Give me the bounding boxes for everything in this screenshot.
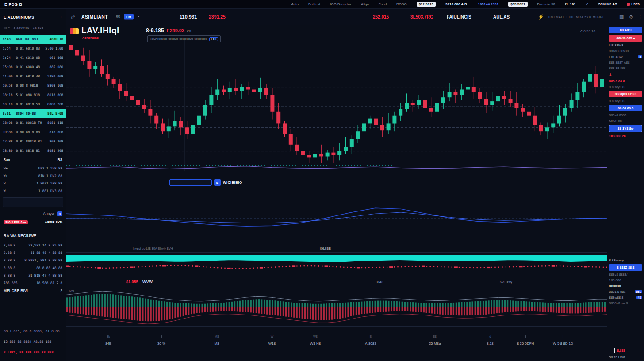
alert-label: ARSE 8YD (45, 220, 62, 224)
candlestick-chart[interactable] (66, 36, 607, 178)
topbar-item[interactable]: $55 5021 (508, 2, 527, 7)
topbar-item[interactable]: 9016 608 A B: (445, 2, 468, 6)
indicator-apply-button[interactable]: ▸ (214, 179, 221, 186)
topbar-item[interactable]: 165144 2391 (478, 2, 498, 6)
panel-text[interactable]: 8 88worry (609, 258, 642, 262)
stats-row: 2,88 881 88 48 4 88 88 (0, 249, 66, 257)
panel-alert-text: 888 8 88 8 (609, 79, 642, 83)
oscillator-pane[interactable] (66, 189, 607, 248)
screenshot-icon[interactable] (609, 348, 615, 353)
watchlist-row[interactable]: 1:240:41 6010 08061 868 (0, 53, 66, 62)
panel-row[interactable]: F81 A8W8 (609, 55, 642, 59)
compare-icon[interactable]: ⇄ (71, 14, 75, 20)
list-view-icon[interactable]: ▤ ≡ (4, 26, 10, 30)
data-row[interactable]: W+8IN 1 DV2 88 (0, 172, 66, 180)
watchlist-row[interactable]: 18:800:81 8818 818081 208 (0, 146, 66, 155)
topbar-item[interactable]: IOO Bsandwr (330, 2, 351, 6)
axis-tick: 8b84E (105, 335, 111, 346)
apoyw-label: Apoyw (43, 211, 54, 216)
watchlist-row[interactable]: 15:080:01 6080 48885 080 (0, 62, 66, 72)
watchlist-cell: 12:88 (3, 139, 16, 143)
watchlist-row[interactable]: 10:580:08 8 08188808 108 (0, 81, 66, 90)
watchlist-row[interactable]: 12:880:81 80818 81808 208 (0, 137, 66, 146)
data-row[interactable]: W1 881 DV3 88 (0, 187, 66, 195)
topbar-item[interactable]: L5Z0 (627, 2, 640, 6)
watchlist-cell: 061 868 (49, 56, 63, 60)
filter-label-1[interactable]: 8 8avwnw (13, 26, 29, 30)
apoyw-row[interactable]: Apoyw 8 (0, 211, 66, 216)
watchlist-row[interactable]: 11:000:81 6818 485280 008 (0, 72, 66, 81)
topbar-item[interactable]: ✓ (586, 2, 589, 6)
panel-footer-value: 8,888 (617, 349, 625, 353)
add-icon[interactable]: + (609, 72, 642, 77)
buy-button[interactable]: 88 A8 9 (609, 27, 642, 33)
topbar-item[interactable]: $12,9015 (417, 2, 436, 7)
add-symbol-icon[interactable]: + (60, 15, 62, 19)
symbol-name[interactable]: ASIMLIANT (81, 14, 108, 19)
watchlist-cell: 0:81 0818 58 (16, 102, 47, 106)
stats-row-label: 2,88 8 (4, 251, 15, 255)
watchlist-row[interactable]: 8:48460 J8L 88J4880 18 (0, 35, 66, 44)
data-row[interactable]: W+UE2 1 5V8 88 (0, 165, 66, 172)
confirm-button[interactable]: 88 3Y8 8w (609, 125, 642, 132)
panel-row-badge[interactable]: 48 (636, 296, 642, 299)
watchlist-row[interactable]: 1:540:01 6010 035:00 1:00 (0, 44, 66, 53)
alert-badge[interactable]: 890 8 R88 Ava (4, 220, 28, 224)
sidebar-search-input[interactable] (3, 197, 63, 207)
gear-icon[interactable]: ⚙ (629, 14, 633, 20)
axis-tick-label: 25 M8a (429, 342, 441, 346)
watchlist-cell: 1:54 (3, 46, 16, 50)
panel-row[interactable]: 888w88 848 (609, 296, 642, 300)
market-badge[interactable]: LM (124, 14, 134, 20)
close-position-button[interactable]: 8888j88 8Y8 8 (609, 91, 642, 97)
timeframe-selector[interactable]: 85 (116, 15, 120, 19)
topbar-item[interactable]: ROBO (396, 2, 407, 6)
topbar-item[interactable]: Food (379, 2, 387, 6)
stats-row-value: 88 8 88 48 88 (36, 266, 62, 270)
pane1-left-label: Invest go LIB 80A Elvyly 8VH (133, 247, 173, 250)
axis-tick-label: M8 (214, 342, 219, 346)
red-dot-icon (627, 3, 630, 6)
watchlist-cell: 808 208 (49, 139, 63, 143)
chart-expand-note[interactable]: ↗ 8 99 18 (579, 29, 595, 33)
topbar-item[interactable]: Bot test (308, 2, 320, 6)
watchlist-cell: 0:01 6080 48 (16, 65, 49, 69)
topbar-item[interactable]: Align (361, 2, 369, 6)
watchlist-row[interactable]: 18:080:81 80818 TH8081 818 (0, 118, 66, 127)
watchlist-cell: 8088 208 (47, 102, 63, 106)
indicator-name-label: WICIEIEIO (223, 180, 242, 184)
panel-row-badge[interactable]: 8 (638, 55, 642, 58)
panel-text[interactable]: 38.28 LW8 (609, 355, 642, 359)
data-row[interactable]: W1 80Z1 588 88 (0, 180, 66, 187)
topbar-item[interactable]: S9M M2 AS (598, 2, 617, 6)
chart-area: LAV.IHIqI Acmrmono 8-9.185F249.0328 O8ve… (66, 25, 607, 361)
histogram-pane[interactable] (66, 288, 607, 327)
watchlist-row[interactable]: 8:018804 80-8880L 8-08 (0, 109, 66, 118)
bolt-icon[interactable]: ⚡ (538, 14, 544, 20)
filter-label-2[interactable]: 18 8v8 (33, 26, 43, 30)
more-icon[interactable]: ⋮ (638, 14, 643, 20)
watchlist-cell: 0:01 6010 03 (16, 46, 45, 50)
topbar-item[interactable]: Bsrmaln 50 (537, 2, 555, 6)
topbar-item[interactable]: 2L 101 (565, 2, 576, 6)
layout-grid-icon[interactable]: ▦ (619, 14, 624, 20)
panel-text[interactable]: UE 88W8 (609, 43, 642, 47)
indicator-search-input[interactable] (169, 179, 212, 186)
watchlist-row[interactable]: 10:880:80 8818 88818 808 (0, 127, 66, 137)
alert-row[interactable]: 890 8 R88 Ava ARSE 8YD (0, 220, 66, 224)
watchlist-row[interactable]: 18:185:01 088 8188018 808 (0, 90, 66, 100)
sell-button[interactable]: 880J8 885 = (609, 35, 642, 42)
time-axis[interactable]: 8b84E830 %M8M8WW18W8W8 H8EA.8083E825 M8a… (66, 333, 607, 361)
watchlist-cell: 10:18 (3, 102, 16, 106)
data-row-value: UE2 1 5V8 88 (38, 166, 62, 170)
apoyw-badge[interactable]: 8 (57, 211, 62, 216)
pane2-mid-label: 31A8 (376, 280, 383, 284)
panel-link-red[interactable]: 188 888 28 (609, 134, 642, 138)
topbar-item[interactable]: Auto (291, 2, 298, 6)
panel-action-button[interactable]: 8 888Z 88 8 (609, 264, 642, 271)
order-button[interactable]: 88 88 88.8 (609, 105, 642, 111)
watchlist-row[interactable]: 10:180:81 0818 588088 208 (0, 100, 66, 109)
panel-row[interactable]: 8881 8 881851 (609, 290, 642, 294)
axis-tick: 830 % (157, 335, 165, 346)
panel-row-badge[interactable]: 851 (635, 290, 642, 293)
